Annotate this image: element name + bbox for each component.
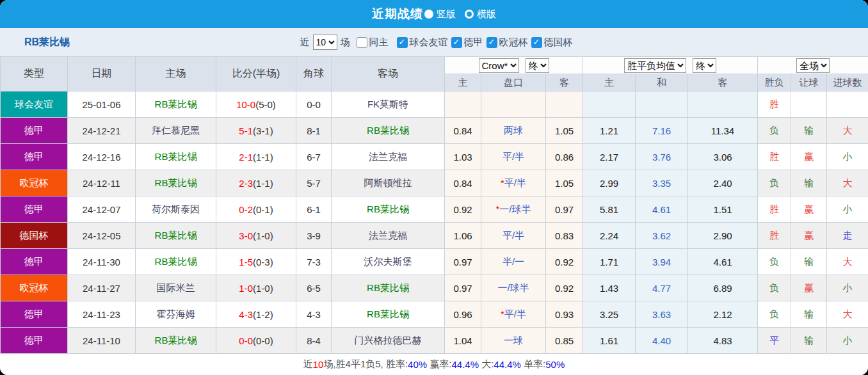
score-cell: 1-0(1-0) [216, 275, 296, 301]
wdl-home: 3.25 [583, 301, 636, 328]
home-odds [445, 92, 481, 118]
home-team: RB莱比锡 [136, 170, 216, 196]
handicap-result: 输 [791, 301, 827, 328]
wdl-home: 1.71 [583, 249, 636, 275]
summary-segment: 50% [545, 359, 565, 370]
league-checkbox-3[interactable]: ✓ [531, 37, 542, 48]
type-badge: 德甲 [1, 328, 68, 354]
table-row: 德甲24-11-30RB莱比锡1-5(0-3)7-3沃尔夫斯堡0.97半/一0.… [1, 249, 868, 275]
wdl-period-select[interactable]: 终 [693, 58, 716, 73]
half-time-score: (1-0) [253, 283, 273, 294]
subheader-handicap: 盘口 [481, 74, 546, 92]
league-checkbox-1[interactable]: ✓ [451, 37, 462, 48]
corner-score: 3-9 [296, 223, 332, 249]
result: 胜 [758, 223, 791, 249]
half-time-score: (5-0) [255, 99, 276, 110]
handicap: 半/一 [481, 249, 546, 275]
score-cell: 5-1(3-1) [216, 118, 296, 144]
col-header-corner: 角球 [296, 57, 332, 92]
handicap-result: 赢 [791, 196, 827, 223]
vertical-layout-label[interactable]: 竖版 [437, 8, 456, 20]
full-time-score: 1-0 [239, 283, 253, 294]
odds-source-group: Crow* 终 [445, 57, 583, 74]
horizontal-layout-radio[interactable] [465, 10, 474, 19]
match-date: 24-11-10 [68, 328, 136, 354]
table-row: 欧冠杯24-12-11RB莱比锡2-3(1-1)5-7阿斯顿维拉0.84*平/半… [1, 170, 868, 196]
full-time-score: 4-3 [239, 309, 253, 320]
away-team: RB莱比锡 [332, 275, 445, 301]
league-checkbox-2[interactable]: ✓ [486, 37, 497, 48]
result: 胜 [758, 92, 791, 118]
full-time-score: 2-3 [239, 178, 253, 189]
home-odds: 1.06 [445, 223, 481, 249]
full-time-score: 10-0 [236, 99, 255, 110]
home-odds: 0.84 [445, 170, 481, 196]
corner-score: 5-7 [296, 170, 332, 196]
horizontal-layout-label[interactable]: 横版 [477, 8, 496, 20]
half-time-score: (1-1) [253, 178, 273, 189]
handicap-result: 输 [791, 328, 827, 354]
wdl-group: 胜平负均值 终 [583, 57, 758, 74]
home-odds: 0.97 [445, 275, 481, 301]
odds-source-select[interactable]: Crow* [479, 58, 519, 73]
league-label[interactable]: 德甲 [464, 36, 483, 49]
wdl-draw: 3.94 [636, 249, 688, 275]
handicap: 平/半 [481, 144, 546, 170]
league-filter-item: ✓德国杯 [531, 36, 574, 49]
half-time-score: (1-0) [253, 230, 273, 241]
same-home-checkbox[interactable] [357, 37, 367, 48]
summary-segment: 赢率: [427, 358, 451, 371]
same-home-label[interactable]: 同主 [369, 36, 389, 49]
away-team: RB莱比锡 [332, 196, 445, 223]
match-date: 24-11-30 [68, 249, 136, 275]
away-team: RB莱比锡 [332, 118, 445, 144]
type-badge: 德甲 [1, 301, 68, 328]
away-team: 沃尔夫斯堡 [332, 249, 445, 275]
league-label[interactable]: 欧冠杯 [499, 36, 528, 49]
half-time-score: (0-3) [253, 257, 273, 267]
recent-results-panel: 近期战绩 竖版 横版 RB莱比锡 近 10 场 同主 ✓球会友谊✓德甲✓欧冠杯✓… [0, 0, 868, 375]
subheader-wdl-home: 主 [583, 74, 636, 92]
goals-result [827, 92, 868, 118]
corner-score: 4-3 [296, 301, 332, 328]
league-checkbox-0[interactable]: ✓ [397, 37, 408, 48]
away-team: 法兰克福 [332, 223, 445, 249]
handicap-change-star: * [495, 203, 499, 214]
league-label[interactable]: 德国杯 [544, 36, 573, 49]
home-team: 拜仁慕尼黑 [136, 118, 216, 144]
table-row: 德甲24-12-16RB莱比锡2-1(1-1)6-7法兰克福1.03平/半0.8… [1, 144, 868, 170]
league-label[interactable]: 球会友谊 [410, 36, 448, 49]
handicap-result: 输 [791, 170, 827, 196]
table-row: 德国杯24-12-05RB莱比锡3-0(1-0)3-9法兰克福1.06平/半0.… [1, 223, 868, 249]
match-count-select[interactable]: 10 [313, 35, 337, 50]
filter-bar: RB莱比锡 近 10 场 同主 ✓球会友谊✓德甲✓欧冠杯✓德国杯 [0, 28, 868, 56]
match-date: 24-11-27 [68, 275, 136, 301]
results-table: 类型 日期 主场 比分(半场) 角球 客场 Crow* 终 胜平负均值 终 [0, 56, 868, 354]
away-odds: 0.83 [546, 223, 583, 249]
type-badge: 德甲 [1, 249, 68, 275]
wdl-away: 3.06 [688, 144, 758, 170]
wdl-draw: 4.61 [636, 196, 688, 223]
goals-result: 小 [827, 196, 868, 223]
odds-source-period-select[interactable]: 终 [526, 58, 549, 73]
home-odds: 0.84 [445, 118, 481, 144]
away-team: 阿斯顿维拉 [332, 170, 445, 196]
filter-controls: 近 10 场 同主 ✓球会友谊✓德甲✓欧冠杯✓德国杯 [300, 35, 574, 50]
away-odds: 0.86 [546, 144, 583, 170]
half-time-score: (1-1) [253, 152, 273, 163]
wdl-home: 2.99 [583, 170, 636, 196]
home-team: RB莱比锡 [136, 223, 216, 249]
subheader-handicap-result: 让球 [791, 74, 827, 92]
wdl-average-select[interactable]: 胜平负均值 [624, 58, 686, 73]
score-cell: 2-3(1-1) [216, 170, 296, 196]
vertical-layout-radio[interactable] [424, 10, 433, 19]
type-badge: 德甲 [1, 144, 68, 170]
away-odds: 1.05 [546, 170, 583, 196]
handicap-result [791, 92, 827, 118]
goals-result: 小 [827, 144, 868, 170]
table-row: 球会友谊25-01-06RB莱比锡10-0(5-0)0-0FK莫斯特胜 [1, 92, 868, 118]
scope-select[interactable]: 全场 [796, 58, 830, 73]
type-badge: 球会友谊 [1, 92, 68, 118]
full-time-score: 5-1 [239, 125, 253, 136]
summary-segment: 44.4% [451, 359, 479, 370]
